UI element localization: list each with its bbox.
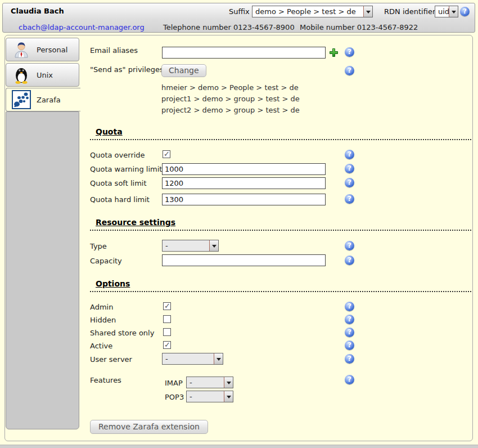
email-aliases-label: Email aliases [90,46,138,55]
user-server-select-value: - [163,353,214,364]
help-icon[interactable] [345,328,354,337]
type-select-value: - [163,240,209,251]
tab-personal[interactable]: Personal [6,38,79,61]
quota-soft-label: Quota soft limit [90,179,147,187]
active-label: Active [90,342,112,350]
account-header: Claudia Bach Suffix demo > People > test… [2,3,475,33]
quota-hard-input[interactable] [162,194,326,205]
hidden-checkbox[interactable] [163,315,171,323]
hidden-label: Hidden [90,316,116,324]
send-as-label: "Send as" privileges [90,65,164,74]
quota-override-checkbox[interactable] [163,150,170,158]
admin-label: Admin [90,303,113,311]
email-aliases-input[interactable] [162,47,326,59]
remove-zarafa-extension-button[interactable]: Remove Zarafa extension [90,420,208,434]
person-icon [12,40,31,59]
rdn-identifier-label: RDN identifier [384,7,435,16]
imap-select[interactable]: - [186,377,233,388]
features-label: Features [90,376,121,384]
help-icon[interactable] [345,66,354,75]
change-button[interactable]: Change [161,64,206,77]
suffix-select[interactable]: demo > People > test > de [252,6,373,17]
admin-checkbox[interactable] [163,302,171,310]
help-icon[interactable] [345,178,354,187]
chevron-down-icon [214,353,223,364]
zarafa-account-page: Claudia Bach Suffix demo > People > test… [0,0,478,448]
type-select[interactable]: - [162,240,219,252]
account-name: Claudia Bach [11,7,64,15]
capacity-label: Capacity [90,257,122,265]
help-icon[interactable] [460,7,470,16]
shared-store-only-label: Shared store only [90,329,154,337]
rdn-select-value: uid [435,6,449,17]
user-server-select[interactable]: - [162,353,223,365]
shared-store-only-checkbox[interactable] [163,328,171,336]
imap-label: IMAP [165,379,183,387]
quota-section-title: Quota [96,127,123,136]
quota-warning-label: Quota warning limit [90,165,162,173]
quota-soft-input[interactable] [162,177,326,189]
mobile-number: Mobile number 0123-4567-8922 [300,23,418,32]
send-as-entry: project2 > demo > group > test > de [161,105,300,116]
tab-unix-label: Unix [37,71,53,79]
telephone-number: Telephone number 0123-4567-8900 [163,23,295,32]
help-icon[interactable] [345,341,354,350]
suffix-label: Suffix [229,7,250,16]
help-icon[interactable] [345,194,354,204]
window-bottom-edge [0,445,478,448]
help-icon[interactable] [345,302,354,311]
send-as-list: hmeier > demo > People > test > de proje… [161,82,300,116]
resource-section-header: Resource settings [90,218,471,231]
options-section-title: Options [96,279,130,288]
tab-zarafa[interactable]: Zarafa [6,88,80,111]
tab-zarafa-label: Zarafa [37,96,61,104]
chevron-down-icon [449,6,458,17]
chevron-down-icon [209,240,218,251]
user-server-label: User server [90,355,132,364]
penguin-icon [12,65,31,84]
pop3-label: POP3 [165,393,184,401]
tab-unix[interactable]: Unix [6,63,79,87]
send-as-entry: hmeier > demo > People > test > de [161,82,300,93]
email-link[interactable]: cbach@ldap-account-manager.org [19,23,145,32]
imap-select-value: - [187,377,224,388]
active-checkbox[interactable] [163,341,171,349]
help-icon[interactable] [345,256,354,265]
send-as-entry: project1 > demo > group > test > de [161,93,300,105]
quota-section-header: Quota [90,127,471,140]
quota-override-label: Quota override [90,151,145,159]
tab-personal-label: Personal [37,46,67,54]
help-icon[interactable] [345,150,354,159]
capacity-input[interactable] [162,254,326,266]
chevron-down-icon [224,391,233,402]
quota-warning-input[interactable] [162,163,326,175]
add-icon[interactable] [329,48,339,59]
help-icon[interactable] [345,354,354,364]
resource-section-title: Resource settings [96,218,175,227]
pop3-select-value: - [187,391,224,402]
options-section-header: Options [90,279,471,292]
help-icon[interactable] [345,315,354,324]
chevron-down-icon [363,6,372,17]
help-icon[interactable] [345,241,354,250]
help-icon[interactable] [345,47,354,57]
zarafa-icon [12,90,31,109]
sidebar-panel [6,111,79,429]
type-label: Type [90,242,107,250]
pop3-select[interactable]: - [186,391,233,402]
suffix-select-value: demo > People > test > de [252,6,363,17]
quota-hard-label: Quota hard limit [90,195,150,204]
chevron-down-icon [224,377,233,388]
help-icon[interactable] [345,164,354,173]
rdn-identifier-select[interactable]: uid [435,6,458,17]
help-icon[interactable] [345,375,354,384]
header-contact-row: cbach@ldap-account-manager.org Telephone… [3,20,475,33]
